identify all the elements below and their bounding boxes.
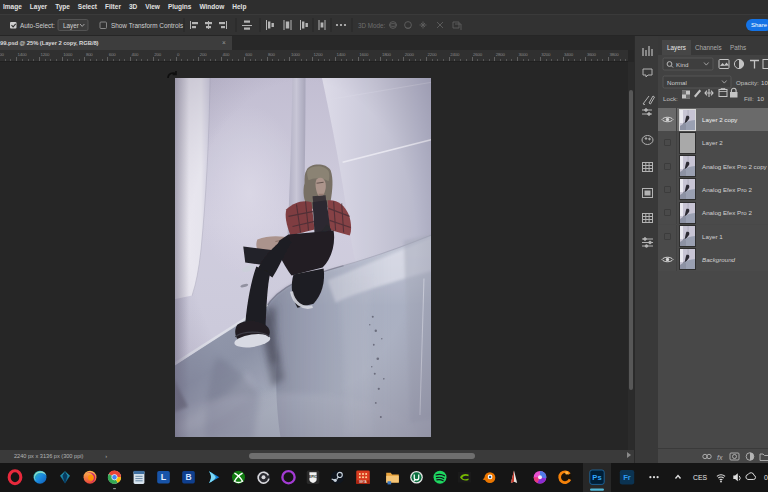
svg-text:10: 10: [757, 95, 764, 102]
svg-text:CES: CES: [693, 474, 707, 481]
svg-text:L: L: [161, 472, 167, 482]
svg-text:Lock:: Lock:: [663, 95, 678, 102]
svg-text:fx: fx: [717, 454, 723, 461]
svg-text:Show Transform Controls: Show Transform Controls: [111, 22, 183, 29]
svg-text:Normal: Normal: [667, 79, 687, 86]
svg-text:Ps: Ps: [592, 473, 601, 482]
svg-text:Layer: Layer: [63, 22, 79, 30]
svg-text:3D Mode:: 3D Mode:: [358, 22, 386, 29]
svg-text:10: 10: [761, 79, 768, 86]
svg-text:Fill:: Fill:: [744, 95, 754, 102]
svg-text:Fr: Fr: [623, 473, 631, 482]
svg-text:Auto-Select:: Auto-Select:: [20, 22, 55, 29]
svg-text:EPIC: EPIC: [309, 475, 318, 479]
svg-text:BETA: BETA: [359, 480, 366, 484]
svg-text:Opacity:: Opacity:: [736, 79, 759, 86]
svg-text:Kind: Kind: [676, 61, 689, 68]
svg-text:0: 0: [764, 474, 768, 481]
svg-text:B: B: [185, 472, 191, 482]
